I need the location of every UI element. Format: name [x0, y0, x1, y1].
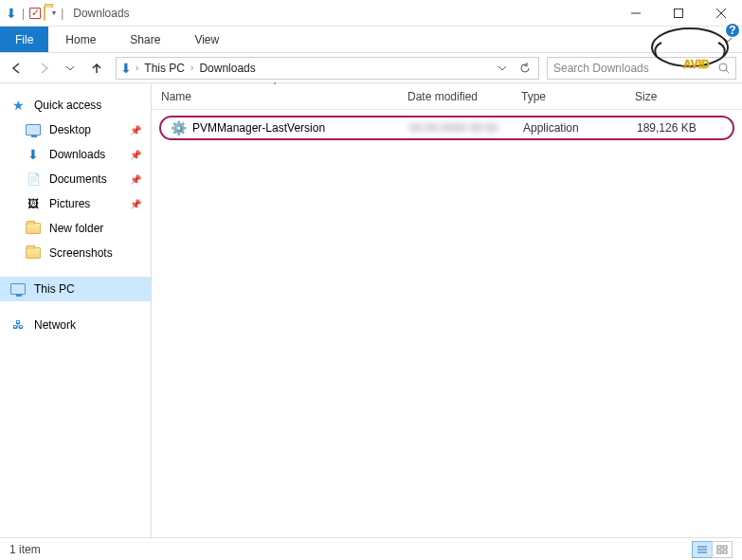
details-view-icon: [697, 545, 708, 554]
properties-checkbox-icon[interactable]: ✓: [29, 8, 41, 19]
qat-divider: |: [22, 7, 25, 20]
file-list-view: Name ˄ Date modified Type Size ⚙️ PVMMan…: [152, 83, 742, 537]
sidebar-this-pc[interactable]: This PC: [0, 277, 151, 301]
tab-share[interactable]: Share: [113, 27, 177, 52]
forward-arrow-icon: [37, 62, 50, 75]
location-icon: ⬇: [120, 61, 132, 76]
close-button[interactable]: [699, 0, 742, 27]
qat-folder-icon[interactable]: [44, 7, 45, 20]
svg-rect-11: [717, 551, 721, 553]
column-label: Date modified: [407, 90, 478, 103]
window-title: Downloads: [73, 7, 129, 20]
pin-icon: 📌: [130, 150, 141, 160]
column-size[interactable]: Size: [625, 83, 742, 109]
svg-rect-10: [723, 546, 727, 549]
sidebar-item-downloads[interactable]: ⬇ Downloads 📌: [0, 142, 151, 167]
desktop-icon: [25, 121, 42, 138]
up-arrow-icon: [90, 62, 103, 75]
minimize-button[interactable]: [614, 0, 657, 27]
file-name-cell: ⚙️ PVMManager-LastVersion: [165, 120, 404, 135]
breadcrumb-this-pc[interactable]: This PC: [142, 62, 187, 75]
recent-locations-button[interactable]: [59, 57, 81, 80]
sidebar-item-desktop[interactable]: Desktop 📌: [0, 117, 151, 142]
application-icon: ⚙️: [171, 120, 187, 135]
item-count: 1 item: [9, 543, 41, 556]
minimize-icon: [631, 9, 641, 18]
large-icons-icon: [716, 545, 728, 554]
crumb-sep-icon[interactable]: ›: [190, 63, 193, 73]
status-bar: 1 item: [0, 537, 742, 560]
sidebar-network[interactable]: 🖧 Network: [0, 313, 151, 337]
large-icons-view-button[interactable]: [712, 541, 733, 558]
svg-rect-9: [717, 546, 721, 549]
search-icon: [718, 63, 730, 74]
sidebar-item-pictures[interactable]: 🖼 Pictures 📌: [0, 191, 151, 216]
file-date-cell: 00.00.0000 00:00: [404, 121, 517, 135]
sidebar-item-label: Pictures: [49, 197, 90, 210]
details-view-button[interactable]: [692, 541, 713, 558]
network-icon: 🖧: [9, 316, 27, 334]
refresh-button[interactable]: [516, 59, 534, 78]
quick-access-toolbar: ⬇ | ✓ ▾ |: [6, 6, 65, 21]
ribbon-tabs: File Home Share View: [0, 27, 742, 53]
address-dropdown-button[interactable]: [493, 59, 512, 78]
column-date[interactable]: Date modified: [398, 83, 512, 109]
pin-icon: 📌: [130, 174, 141, 185]
sidebar-item-label: Quick access: [34, 99, 101, 112]
navigation-pane[interactable]: ★ Quick access Desktop 📌 ⬇ Downloads 📌 📄…: [0, 83, 152, 537]
star-icon: ★: [9, 97, 27, 114]
refresh-icon: [519, 63, 531, 74]
svg-rect-1: [674, 9, 682, 18]
file-tab[interactable]: File: [0, 27, 48, 52]
download-icon: ⬇: [25, 146, 42, 163]
navigation-bar: ⬇ › This PC › Downloads: [0, 53, 742, 83]
file-type-cell: Application: [517, 121, 631, 135]
folder-icon: [25, 220, 42, 237]
sort-ascending-icon: ˄: [273, 81, 277, 90]
svg-rect-12: [723, 551, 727, 553]
location-arrow-icon[interactable]: ⬇: [6, 6, 17, 21]
chevron-down-icon: [723, 35, 733, 45]
pin-icon: 📌: [130, 199, 141, 209]
sidebar-item-screenshots[interactable]: Screenshots: [0, 241, 151, 265]
sidebar-item-label: Documents: [49, 172, 107, 186]
pin-icon: 📌: [130, 125, 141, 135]
crumb-sep-icon[interactable]: ›: [136, 63, 138, 73]
documents-icon: 📄: [25, 171, 42, 188]
address-bar[interactable]: ⬇ › This PC › Downloads: [116, 57, 539, 80]
qat-dropdown-icon[interactable]: ▾: [52, 9, 56, 17]
forward-button: [32, 57, 55, 80]
up-button[interactable]: [85, 57, 108, 80]
chevron-down-icon: [65, 63, 75, 73]
sidebar-item-documents[interactable]: 📄 Documents 📌: [0, 167, 151, 191]
tab-home[interactable]: Home: [48, 27, 113, 52]
sidebar-quick-access[interactable]: ★ Quick access: [0, 93, 151, 117]
ribbon-expand-button[interactable]: [714, 27, 742, 52]
search-input[interactable]: [553, 62, 718, 75]
file-row[interactable]: ⚙️ PVMManager-LastVersion 00.00.0000 00:…: [159, 116, 734, 140]
sidebar-item-label: This PC: [34, 282, 75, 296]
sidebar-item-label: Desktop: [49, 123, 91, 136]
breadcrumb-downloads[interactable]: Downloads: [197, 62, 257, 75]
file-name: PVMManager-LastVersion: [192, 121, 325, 135]
maximize-button[interactable]: [657, 0, 699, 27]
search-box[interactable]: [547, 57, 736, 80]
svg-point-4: [719, 63, 727, 71]
sidebar-item-label: New folder: [49, 222, 103, 235]
column-name[interactable]: Name ˄: [152, 83, 398, 109]
column-label: Name: [161, 90, 191, 103]
back-button[interactable]: [6, 57, 28, 80]
sidebar-item-label: Downloads: [49, 148, 105, 161]
back-arrow-icon: [10, 62, 24, 75]
column-type[interactable]: Type: [512, 83, 625, 109]
qat-divider-2: |: [61, 7, 63, 20]
this-pc-icon: [9, 280, 27, 298]
tab-view[interactable]: View: [177, 27, 236, 52]
chevron-down-icon: [498, 63, 507, 73]
folder-icon: [25, 244, 42, 262]
sidebar-item-new-folder[interactable]: New folder: [0, 216, 151, 241]
column-label: Type: [521, 90, 546, 103]
titlebar: ⬇ | ✓ ▾ | Downloads: [0, 0, 742, 27]
sidebar-item-label: Network: [34, 318, 76, 332]
sidebar-item-label: Screenshots: [49, 246, 113, 260]
